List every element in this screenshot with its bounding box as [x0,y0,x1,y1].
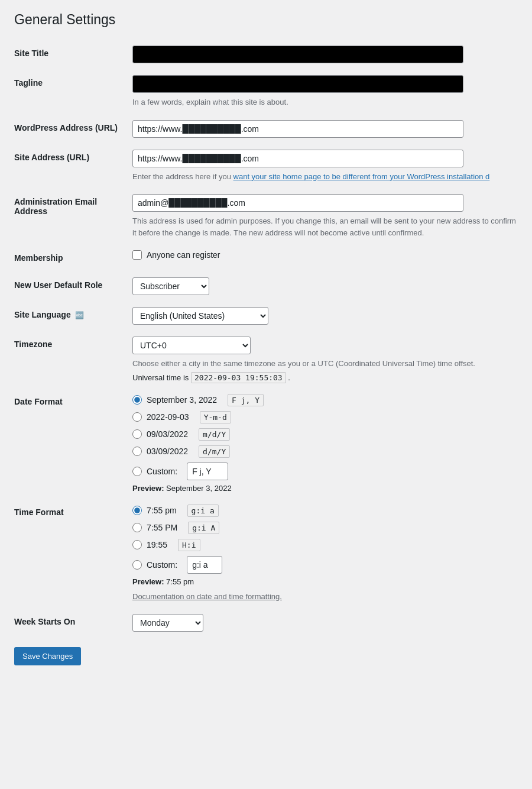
membership-row: Membership Anyone can register [14,244,518,271]
time-format-row: Time Format 7:55 pm g:i a 7:55 PM g:i A [14,499,518,609]
admin-email-input[interactable] [132,194,463,212]
date-format-radio-custom[interactable] [132,467,142,476]
timezone-row: Timezone UTC+0 UTC-5 UTC-8 UTC+1 UTC+5:3… [14,331,518,388]
date-format-radio-1[interactable] [132,395,142,405]
date-format-code-1: F j, Y [228,394,264,406]
site-language-cell: English (United States) English (UK) Fre… [132,301,518,331]
new-user-role-row: New User Default Role Subscriber Contrib… [14,271,518,301]
admin-email-label: Administration Email Address [14,188,132,244]
membership-cell: Anyone can register [132,244,518,271]
date-preview: Preview: September 3, 2022 [132,484,518,493]
week-starts-label: Week Starts On [14,608,132,638]
site-language-select[interactable]: English (United States) English (UK) Fre… [132,307,268,325]
new-user-role-select[interactable]: Subscriber Contributor Author Editor Adm… [132,277,209,295]
date-format-option-2: 2022-09-03 Y-m-d [132,411,518,423]
time-format-radio-1[interactable] [132,506,142,515]
settings-form: Site Title Tagline In a few words, expla… [14,40,518,638]
tagline-description: In a few words, explain what this site i… [132,96,518,108]
time-format-option-3: 19:55 H:i [132,539,518,551]
page-title: General Settings [14,12,518,28]
site-address-row: Site Address (URL) Enter the address her… [14,144,518,189]
site-address-label: Site Address (URL) [14,144,132,189]
site-address-description: Enter the address here if you want your … [132,171,518,183]
wp-address-input[interactable] [132,120,463,138]
tagline-cell: In a few words, explain what this site i… [132,69,518,114]
admin-email-cell: This address is used for admin purposes.… [132,188,518,244]
membership-label: Membership [14,244,132,271]
wp-address-cell [132,114,518,144]
site-address-cell: Enter the address here if you want your … [132,144,518,189]
new-user-role-label: New User Default Role [14,271,132,301]
time-format-group: 7:55 pm g:i a 7:55 PM g:i A 19:55 H:i [132,505,518,574]
time-format-radio-3[interactable] [132,540,142,549]
timezone-description: Choose either a city in the same timezon… [132,358,518,370]
universal-time: Universal time is 2022-09-03 19:55:03 . [132,373,518,382]
date-format-option-1: September 3, 2022 F j, Y [132,394,518,406]
time-format-option-2: 7:55 PM g:i A [132,522,518,534]
timezone-cell: UTC+0 UTC-5 UTC-8 UTC+1 UTC+5:30 Choose … [132,331,518,388]
date-format-label: Date Format [14,388,132,499]
date-format-radio-2[interactable] [132,412,142,422]
site-title-cell [132,40,518,69]
tagline-row: Tagline In a few words, explain what thi… [14,69,518,114]
site-language-label: Site Language 🔤 [14,301,132,331]
site-address-input[interactable] [132,150,463,167]
time-format-code-1: g:i a [187,505,219,517]
time-format-label-3: 19:55 [147,540,167,549]
site-title-input[interactable] [132,46,463,63]
language-icon: 🔤 [75,311,84,319]
date-format-label-3: 09/03/2022 [147,429,188,439]
tagline-label: Tagline [14,69,132,114]
time-format-label-2: 7:55 PM [147,523,177,532]
time-format-code-2: g:i A [188,522,219,534]
time-format-label-1: 7:55 pm [147,506,177,515]
time-format-option-1: 7:55 pm g:i a [132,505,518,517]
date-format-custom-input[interactable] [187,463,228,480]
site-title-label: Site Title [14,40,132,69]
time-format-code-3: H:i [178,539,200,551]
datetime-doc-link[interactable]: Documentation on date and time formattin… [132,592,282,601]
date-format-cell: September 3, 2022 F j, Y 2022-09-03 Y-m-… [132,388,518,499]
time-format-label: Time Format [14,499,132,609]
timezone-label: Timezone [14,331,132,388]
tagline-input[interactable] [132,75,463,93]
universal-time-value: 2022-09-03 19:55:03 [191,372,286,383]
admin-email-description: This address is used for admin purposes.… [132,215,518,238]
membership-checkbox[interactable] [132,250,142,260]
date-format-row: Date Format September 3, 2022 F j, Y 202… [14,388,518,499]
wp-address-label: WordPress Address (URL) [14,114,132,144]
week-starts-row: Week Starts On Sunday Monday Tuesday Wed… [14,608,518,638]
save-changes-button[interactable]: Save Changes [14,647,81,665]
date-format-label-2: 2022-09-03 [147,412,189,422]
time-format-option-custom: Custom: [132,556,518,574]
membership-checkbox-label: Anyone can register [147,250,220,260]
time-format-cell: 7:55 pm g:i a 7:55 PM g:i A 19:55 H:i [132,499,518,609]
time-format-label-custom: Custom: [147,560,177,570]
date-format-radio-3[interactable] [132,429,142,439]
site-address-link[interactable]: want your site home page to be different… [233,172,490,181]
date-format-option-custom: Custom: [132,463,518,480]
time-format-radio-custom[interactable] [132,560,142,570]
date-format-code-4: d/m/Y [199,445,230,458]
time-format-radio-2[interactable] [132,523,142,532]
date-format-label-4: 03/09/2022 [147,447,188,456]
date-format-option-4: 03/09/2022 d/m/Y [132,445,518,458]
time-preview: Preview: 7:55 pm [132,577,518,586]
date-format-label-custom: Custom: [147,467,177,476]
date-format-code-3: m/d/Y [199,428,230,441]
date-format-option-3: 09/03/2022 m/d/Y [132,428,518,441]
site-language-row: Site Language 🔤 English (United States) … [14,301,518,331]
site-title-row: Site Title [14,40,518,69]
week-starts-cell: Sunday Monday Tuesday Wednesday Thursday… [132,608,518,638]
new-user-role-cell: Subscriber Contributor Author Editor Adm… [132,271,518,301]
admin-email-row: Administration Email Address This addres… [14,188,518,244]
date-format-code-2: Y-m-d [200,411,231,423]
date-format-group: September 3, 2022 F j, Y 2022-09-03 Y-m-… [132,394,518,480]
wp-address-row: WordPress Address (URL) [14,114,518,144]
date-format-radio-4[interactable] [132,447,142,456]
timezone-select[interactable]: UTC+0 UTC-5 UTC-8 UTC+1 UTC+5:30 [132,337,251,354]
week-starts-select[interactable]: Sunday Monday Tuesday Wednesday Thursday… [132,614,203,632]
time-format-custom-input[interactable] [187,556,222,574]
date-format-label-1: September 3, 2022 [147,395,217,405]
